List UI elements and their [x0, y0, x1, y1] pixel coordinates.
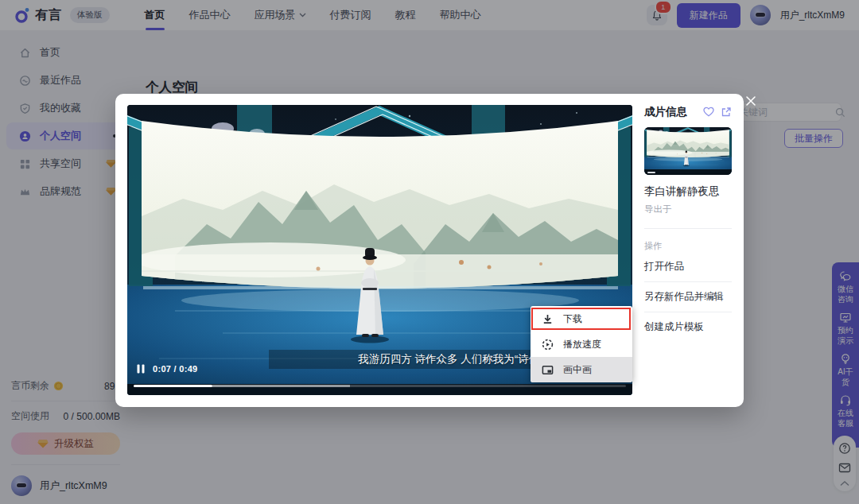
progress-bar[interactable]: [134, 385, 626, 387]
context-menu-picture-in-picture[interactable]: 画中画: [531, 357, 632, 382]
create-template-action[interactable]: 创建成片模板: [644, 312, 732, 342]
close-modal-button[interactable]: [744, 95, 759, 109]
time-display: 0:07 / 0:49: [153, 364, 198, 374]
subtitle-text: 我游历四方 诗作众多 人们称我为“诗仙”: [358, 352, 543, 366]
download-icon: [542, 313, 554, 325]
pip-icon: [542, 364, 554, 376]
player-controls: 0:07 / 0:49: [137, 364, 198, 374]
open-work-action[interactable]: 打开作品: [644, 252, 732, 282]
favorite-heart-icon[interactable]: [703, 107, 714, 118]
video-thumbnail[interactable]: [644, 127, 732, 175]
app-root: 有言 体验版 首页 作品中心 应用场景 付费订阅 教程 帮助中心 1 新建作品: [0, 0, 859, 504]
divider: [644, 228, 732, 229]
save-as-new-work-action[interactable]: 另存新作品并编辑: [644, 282, 732, 312]
share-icon[interactable]: [721, 107, 732, 118]
video-info-panel: 成片信息 李白讲解静夜思 导出于 操作 打开作品 另存新作品并编辑: [644, 105, 732, 342]
player-bottom-bar: [127, 384, 632, 395]
video-title: 李白讲解静夜思: [644, 184, 732, 199]
pause-button[interactable]: [137, 364, 145, 374]
exported-label: 导出于: [644, 204, 732, 215]
progress-buffered: [212, 385, 350, 387]
context-menu-download[interactable]: 下载: [531, 306, 632, 331]
video-context-menu: 下载 播放速度 画中画: [531, 306, 632, 382]
playback-speed-icon: [542, 339, 554, 351]
info-panel-title: 成片信息: [644, 105, 687, 119]
progress-played: [134, 385, 212, 387]
video-preview-modal: 我游历四方 诗作众多 人们称我为“诗仙” 0:07 / 0:49 成片信息: [115, 94, 744, 407]
context-menu-playback-speed[interactable]: 播放速度: [531, 331, 632, 357]
operations-label: 操作: [644, 240, 732, 252]
thumbnail-controls-strip: [644, 169, 732, 175]
